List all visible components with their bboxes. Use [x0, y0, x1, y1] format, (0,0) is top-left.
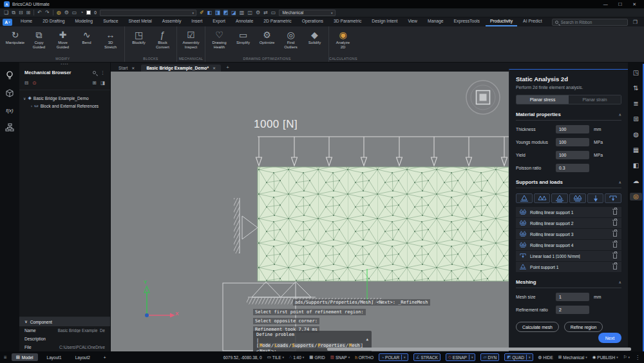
tips-icon[interactable]: ◍: [630, 131, 642, 139]
workspace-dropdown[interactable]: Mechanical ▾: [279, 10, 336, 16]
constraint-filter-icon[interactable]: ⊙: [32, 80, 36, 86]
option-supports[interactable]: Supports: [292, 343, 315, 348]
ribbon-search-input[interactable]: Search in Ribbon: [552, 19, 628, 26]
3d-stretch-button[interactable]: ↔3D Stretch: [99, 28, 122, 55]
publish-button[interactable]: ◉PUBLISH▾: [592, 355, 618, 360]
detail-toggle-icon[interactable]: ◨: [100, 80, 105, 86]
ribbon-panel-toggle-icon[interactable]: ❐: [633, 19, 638, 25]
tips-icon[interactable]: ◍: [57, 10, 61, 15]
cloud-icon[interactable]: ☁: [630, 177, 642, 185]
delete-icon[interactable]: [613, 265, 617, 270]
option-mode[interactable]: Mode: [259, 343, 271, 348]
poisson-ratio-input[interactable]: 0.3: [556, 164, 589, 172]
component-section-header[interactable]: ∨ Component: [19, 317, 110, 326]
tab-home[interactable]: Home: [16, 17, 37, 26]
minimize-button[interactable]: —: [603, 2, 608, 7]
grid-toggle[interactable]: ▦GRID: [309, 355, 325, 360]
folder-icon[interactable]: ▭: [72, 10, 77, 15]
quad-toggle[interactable]: ◩QUAD▾: [504, 353, 533, 361]
delete-icon[interactable]: [613, 221, 617, 226]
option-next[interactable]: Next: [259, 349, 271, 352]
tab-surface[interactable]: Surface: [99, 17, 122, 26]
supports-and-loads-header[interactable]: Supports and loads ∧: [516, 179, 621, 188]
meshing-header[interactable]: Meshing ∧: [516, 279, 621, 288]
find-outliers-button[interactable]: ◎Find Outliers: [279, 28, 303, 55]
analyze-2d-button[interactable]: ◉Analyze 2D: [331, 28, 355, 55]
globe-icon[interactable]: ◔: [80, 10, 83, 15]
delete-icon[interactable]: [613, 254, 617, 259]
new-document-button[interactable]: +: [222, 64, 233, 72]
workspace-switcher[interactable]: ⊞Mechanical▾: [558, 355, 587, 360]
dyn-toggle[interactable]: ▱DYN: [480, 353, 499, 361]
optimize-button[interactable]: ⚙Optimize: [255, 28, 279, 55]
linear-load-button[interactable]: [605, 193, 621, 203]
render-icon[interactable]: ◫: [247, 10, 252, 15]
tab-sheet-metal[interactable]: Sheet Metal: [124, 17, 156, 26]
model-viewport[interactable]: 1000 [N] Y X ads/Supports/Properties/Mes…: [111, 72, 509, 351]
tab-export[interactable]: Export: [208, 17, 230, 26]
drawing-health-button[interactable]: ♡Drawing Health: [207, 28, 231, 55]
component-list-icon[interactable]: ⊟: [24, 80, 28, 86]
polar-toggle[interactable]: ◔POLAR▾: [379, 353, 408, 361]
columns-icon[interactable]: ▥: [240, 10, 245, 15]
assembly-inspect-button[interactable]: ☑Assembly Inspect: [179, 28, 203, 55]
tab-operations[interactable]: Operations: [298, 17, 328, 26]
tab-manage[interactable]: Manage: [423, 17, 448, 26]
current-layer[interactable]: 0: [94, 10, 97, 15]
properties-icon[interactable]: ⇅: [630, 84, 642, 92]
swap-icon[interactable]: ⇄: [263, 10, 268, 15]
delete-icon[interactable]: [613, 243, 617, 248]
youngs-modulus-input[interactable]: 100: [556, 138, 589, 146]
tab-expresstools[interactable]: ExpressTools: [450, 17, 484, 26]
expand-all-icon[interactable]: ⊞: [93, 80, 97, 86]
tips-icon[interactable]: [5, 70, 14, 79]
model-browser-icon[interactable]: ◳: [630, 69, 642, 77]
collapse-icon[interactable]: ∧: [619, 112, 621, 117]
tab-annotate[interactable]: Annotate: [231, 17, 258, 26]
solidify-button[interactable]: ◆Solidify: [303, 28, 327, 55]
blockify-button[interactable]: ◳Blockify: [127, 28, 151, 55]
copy-guided-button[interactable]: ⧉Copy Guided: [27, 28, 51, 55]
tab-ai-predict[interactable]: AI Predict: [518, 17, 546, 26]
tab-2d-parametric[interactable]: 2D Parametric: [259, 17, 296, 26]
close-button[interactable]: ✕: [632, 2, 636, 7]
tab-3d-parametric[interactable]: 3D Parametric: [329, 17, 366, 26]
doc-tab-start[interactable]: Start✕: [113, 64, 140, 72]
manipulate-button[interactable]: ↻Manipulate: [3, 28, 27, 55]
pencil-icon[interactable]: ✐: [200, 10, 204, 15]
tab-design-intent[interactable]: Design Intent: [367, 17, 402, 26]
planar-stress-tab[interactable]: Planar stress: [516, 95, 569, 104]
maximize-button[interactable]: ☐: [618, 2, 622, 7]
layout1-tab[interactable]: Layout1: [43, 354, 66, 361]
snap-toggle[interactable]: ▥SNAP▾: [330, 355, 350, 360]
mesh-size-input[interactable]: 1: [556, 293, 589, 301]
annotation-scale-control[interactable]: ∴1:40▾: [289, 355, 304, 360]
simplify-button[interactable]: ▭Simplify: [231, 28, 255, 55]
view-front-icon[interactable]: ◨: [215, 10, 220, 15]
calculate-mesh-button[interactable]: Calculate mesh: [516, 322, 559, 332]
tab-modeling[interactable]: Modeling: [71, 17, 98, 26]
block-convert-button[interactable]: ƒBlock Convert: [151, 28, 175, 55]
support-list-item[interactable]: Rolling linear support 4: [516, 240, 621, 250]
open-file-icon[interactable]: ⧉: [12, 10, 15, 16]
hamburger-menu-icon[interactable]: ≡: [4, 355, 7, 360]
bend-button[interactable]: ∿Bend: [75, 28, 99, 55]
delete-icon[interactable]: [613, 232, 617, 237]
linear-support-button[interactable]: [534, 193, 551, 203]
collapse-icon[interactable]: ∧: [619, 280, 621, 284]
tree-item-block-refs[interactable]: › ▭ Block and External References: [23, 102, 106, 110]
planar-strain-tab[interactable]: Planar strain: [569, 95, 621, 104]
support-list-item[interactable]: Rolling linear support 1: [516, 207, 621, 217]
esnap-toggle[interactable]: ◇ESNAP▾: [446, 353, 476, 361]
rolling-linear-support-button[interactable]: [569, 193, 586, 203]
collapse-icon[interactable]: ∧: [619, 180, 621, 184]
point-support-button[interactable]: [516, 193, 533, 203]
chevron-right-icon[interactable]: ›: [31, 104, 32, 108]
redo-icon[interactable]: ↷: [45, 10, 50, 15]
load-list-item[interactable]: Linear load 1 [1000 N/mm]: [516, 251, 621, 261]
layer-color-swatch[interactable]: [86, 10, 91, 15]
delete-icon[interactable]: [613, 210, 617, 215]
view-shaded-icon[interactable]: ◪: [231, 10, 236, 15]
refine-region-button[interactable]: Refine region: [564, 322, 603, 332]
fx-parameters-icon[interactable]: f(x): [6, 108, 14, 113]
